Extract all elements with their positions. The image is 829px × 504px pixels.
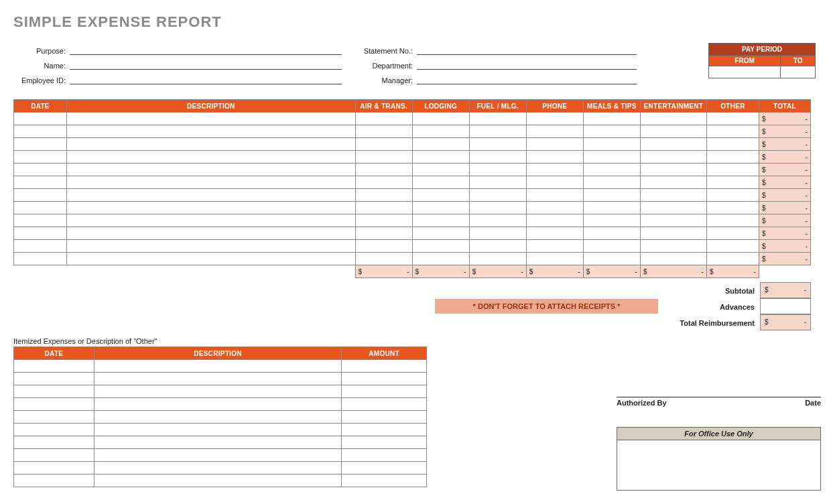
table-cell[interactable] [412, 138, 469, 151]
table-cell[interactable] [526, 125, 583, 138]
table-cell[interactable] [342, 360, 427, 373]
table-cell[interactable] [67, 151, 356, 164]
table-cell[interactable] [706, 189, 759, 202]
table-cell[interactable] [469, 125, 526, 138]
table-cell[interactable] [706, 227, 759, 240]
table-cell[interactable] [412, 164, 469, 176]
table-cell[interactable] [67, 227, 356, 240]
table-cell[interactable] [412, 176, 469, 189]
table-cell[interactable] [67, 253, 356, 265]
table-cell[interactable] [640, 151, 706, 164]
table-cell[interactable] [412, 125, 469, 138]
pay-period-to-input[interactable] [781, 66, 816, 78]
table-cell[interactable] [640, 176, 706, 189]
pay-period-from-input[interactable] [709, 66, 781, 78]
table-cell[interactable] [14, 411, 94, 424]
table-cell[interactable] [469, 113, 526, 125]
table-cell[interactable] [14, 424, 94, 436]
table-cell[interactable] [469, 189, 526, 202]
table-cell[interactable] [583, 151, 640, 164]
table-cell[interactable] [706, 164, 759, 176]
table-cell[interactable] [14, 151, 67, 164]
table-cell[interactable] [14, 449, 94, 462]
table-cell[interactable] [526, 164, 583, 176]
name-input[interactable] [70, 60, 342, 70]
table-cell[interactable] [706, 113, 759, 125]
table-cell[interactable] [469, 253, 526, 265]
table-cell[interactable] [67, 214, 356, 227]
table-cell[interactable] [67, 125, 356, 138]
table-cell[interactable] [14, 360, 94, 373]
table-cell[interactable] [94, 398, 341, 411]
table-cell[interactable] [94, 373, 341, 385]
table-cell[interactable] [342, 424, 427, 436]
table-cell[interactable] [526, 253, 583, 265]
table-cell[interactable] [640, 125, 706, 138]
table-cell[interactable] [355, 240, 412, 253]
table-cell[interactable] [412, 189, 469, 202]
employee-id-input[interactable] [70, 75, 342, 84]
table-cell[interactable] [355, 125, 412, 138]
table-cell[interactable] [583, 176, 640, 189]
table-cell[interactable] [342, 475, 427, 487]
table-cell[interactable] [14, 202, 67, 214]
table-cell[interactable] [94, 360, 341, 373]
table-cell[interactable] [355, 189, 412, 202]
table-cell[interactable] [67, 176, 356, 189]
department-input[interactable] [417, 60, 637, 70]
table-cell[interactable] [14, 176, 67, 189]
table-cell[interactable] [640, 214, 706, 227]
table-cell[interactable] [67, 164, 356, 176]
table-cell[interactable] [342, 436, 427, 449]
table-cell[interactable] [355, 176, 412, 189]
table-cell[interactable] [412, 214, 469, 227]
table-cell[interactable] [469, 176, 526, 189]
table-cell[interactable] [469, 202, 526, 214]
table-cell[interactable] [355, 214, 412, 227]
table-cell[interactable] [94, 436, 341, 449]
table-cell[interactable] [526, 202, 583, 214]
table-cell[interactable] [342, 411, 427, 424]
table-cell[interactable] [67, 113, 356, 125]
table-cell[interactable] [14, 189, 67, 202]
table-cell[interactable] [14, 436, 94, 449]
table-cell[interactable] [67, 138, 356, 151]
table-cell[interactable] [412, 253, 469, 265]
table-cell[interactable] [14, 385, 94, 398]
table-cell[interactable] [706, 138, 759, 151]
table-cell[interactable] [526, 240, 583, 253]
table-cell[interactable] [706, 240, 759, 253]
table-cell[interactable] [706, 125, 759, 138]
table-cell[interactable] [469, 240, 526, 253]
table-cell[interactable] [706, 151, 759, 164]
table-cell[interactable] [526, 151, 583, 164]
table-cell[interactable] [640, 227, 706, 240]
table-cell[interactable] [469, 138, 526, 151]
table-cell[interactable] [583, 227, 640, 240]
table-cell[interactable] [640, 189, 706, 202]
table-cell[interactable] [342, 449, 427, 462]
table-cell[interactable] [67, 240, 356, 253]
table-cell[interactable] [342, 462, 427, 475]
table-cell[interactable] [355, 253, 412, 265]
table-cell[interactable] [67, 189, 356, 202]
table-cell[interactable] [355, 151, 412, 164]
statement-no-input[interactable] [417, 46, 637, 55]
purpose-input[interactable] [70, 46, 342, 55]
table-cell[interactable] [355, 138, 412, 151]
table-cell[interactable] [706, 176, 759, 189]
table-cell[interactable] [342, 385, 427, 398]
table-cell[interactable] [14, 398, 94, 411]
table-cell[interactable] [14, 214, 67, 227]
table-cell[interactable] [526, 113, 583, 125]
table-cell[interactable] [583, 253, 640, 265]
table-cell[interactable] [412, 240, 469, 253]
table-cell[interactable] [469, 151, 526, 164]
table-cell[interactable] [526, 189, 583, 202]
table-cell[interactable] [583, 138, 640, 151]
table-cell[interactable] [355, 164, 412, 176]
table-cell[interactable] [583, 164, 640, 176]
table-cell[interactable] [706, 253, 759, 265]
table-cell[interactable] [94, 462, 341, 475]
table-cell[interactable] [640, 202, 706, 214]
